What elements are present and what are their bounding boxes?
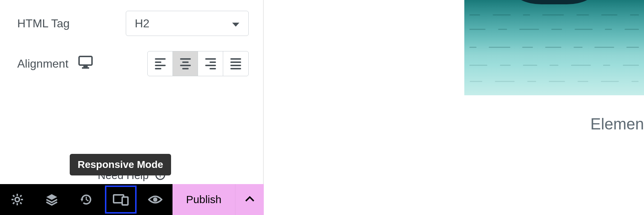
svg-line-12 [13,202,14,204]
control-row-html-tag: HTML Tag H2 [17,11,249,36]
align-group [147,51,249,76]
layers-icon [45,193,59,206]
history-icon [80,193,93,206]
tooltip-text: Responsive Mode [78,159,163,170]
select-html-tag[interactable]: H2 [126,11,249,36]
label-html-tag: HTML Tag [17,17,126,30]
preview-button[interactable] [138,184,172,215]
responsive-mode-button[interactable] [104,184,138,215]
svg-rect-1 [83,66,88,67]
svg-rect-0 [79,56,92,65]
settings-button[interactable] [0,184,34,215]
eye-icon [148,195,162,205]
svg-line-10 [13,195,14,197]
publish-button[interactable]: Publish [172,184,235,215]
publish-options-button[interactable] [235,184,264,215]
svg-rect-2 [82,67,89,69]
panel-content: HTML Tag H2 Alignment [0,0,263,76]
svg-marker-15 [80,199,83,202]
align-right-button[interactable] [198,51,223,76]
label-alignment: Alignment [17,56,126,72]
navigator-button[interactable] [34,184,69,215]
svg-rect-17 [122,197,128,205]
editor-panel: HTML Tag H2 Alignment [0,0,264,215]
control-row-alignment: Alignment [17,51,249,76]
align-left-button[interactable] [148,51,173,76]
align-center-button[interactable] [173,51,198,76]
gear-icon [11,193,24,206]
align-left-icon [155,58,166,69]
history-button[interactable] [69,184,104,215]
align-center-icon [180,58,191,69]
preview-caption: Elemen [590,115,644,133]
chevron-up-icon [245,196,254,203]
label-html-tag-text: HTML Tag [17,17,70,30]
preview-image [464,0,644,95]
panel-footer: Publish [0,184,264,215]
select-html-tag-value: H2 [135,17,150,30]
label-alignment-text: Alignment [17,57,68,70]
svg-point-5 [15,197,19,202]
svg-point-18 [153,197,157,202]
preview-canvas: Elemen [264,0,644,215]
desktop-icon [78,56,93,72]
responsive-icon [113,193,129,206]
svg-line-13 [20,195,22,197]
publish-button-label: Publish [186,193,221,206]
align-justify-button[interactable] [223,51,248,76]
tooltip-responsive-mode: Responsive Mode [70,154,171,175]
align-right-icon [205,58,216,69]
caret-down-icon [232,17,240,30]
svg-marker-14 [46,194,57,200]
align-justify-icon [230,58,241,69]
svg-line-11 [20,202,22,204]
boat-shape [513,0,595,4]
